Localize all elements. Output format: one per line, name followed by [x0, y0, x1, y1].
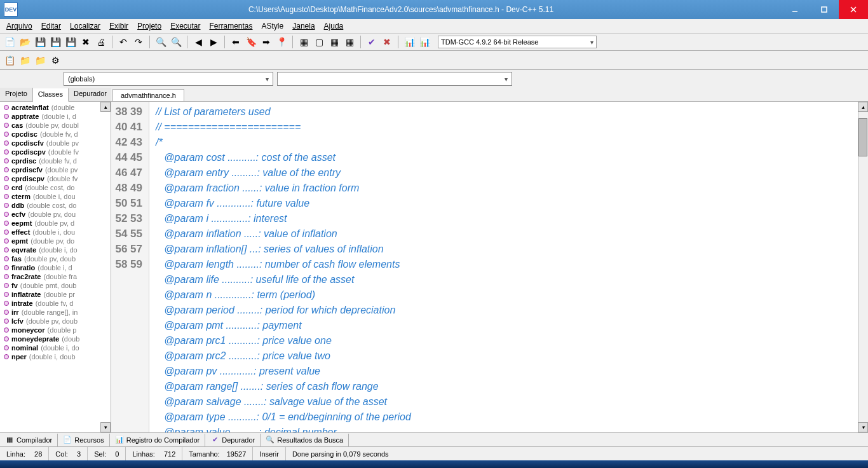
class-item[interactable]: cprdiscfv (double pv: [0, 165, 111, 174]
menu-editar[interactable]: Editar: [37, 20, 65, 32]
class-item[interactable]: finratio (double i, d: [0, 263, 111, 272]
menu-projeto[interactable]: Projeto: [133, 20, 165, 32]
class-item[interactable]: eepmt (double pv, d: [0, 219, 111, 228]
class-sig: (double fra: [43, 273, 77, 280]
class-item[interactable]: nominal (double i, do: [0, 343, 111, 352]
tab-depurador[interactable]: Depurador: [69, 88, 112, 101]
class-item[interactable]: fas (double pv, doub: [0, 254, 111, 263]
scroll-thumb[interactable]: [858, 118, 867, 156]
profile-icon[interactable]: 📊: [402, 35, 416, 49]
tab-classes[interactable]: Classes: [33, 88, 69, 102]
tab-depurador-bottom[interactable]: ✔Depurador: [205, 434, 261, 446]
compile-run-icon[interactable]: ▦: [327, 35, 341, 49]
tab-resultados[interactable]: 🔍Resultados da Busca: [261, 434, 349, 446]
save-all-icon[interactable]: 💾: [48, 35, 62, 49]
class-item[interactable]: ecfv (double pv, dou: [0, 210, 111, 219]
save-as-icon[interactable]: 💾: [64, 35, 78, 49]
scroll-down-icon[interactable]: ▾: [858, 422, 868, 432]
class-item[interactable]: acrateinflat (double: [0, 103, 111, 112]
compiler-select[interactable]: TDM-GCC 4.9.2 64-bit Release ▾: [438, 36, 597, 48]
class-item[interactable]: epmt (double pv, do: [0, 237, 111, 245]
save-icon[interactable]: 💾: [33, 35, 47, 49]
class-item[interactable]: frac2rate (double fra: [0, 272, 111, 281]
method-icon: [4, 238, 9, 244]
maximize-button[interactable]: [810, 0, 839, 19]
menu-janela[interactable]: Janela: [288, 20, 318, 32]
forward-icon[interactable]: ▶: [207, 35, 220, 49]
class-item[interactable]: moneydeprate (doub: [0, 334, 111, 343]
menu-astyle[interactable]: AStyle: [258, 20, 288, 32]
menu-executar[interactable]: Executar: [166, 20, 204, 32]
class-item[interactable]: intrate (double fv, d: [0, 299, 111, 308]
class-item[interactable]: cas (double pv, doubl: [0, 121, 111, 130]
class-item[interactable]: inflatrate (double pr: [0, 290, 111, 299]
debug-icon[interactable]: ✔: [365, 35, 379, 49]
class-item[interactable]: eqvrate (double i, do: [0, 245, 111, 254]
menu-exibir[interactable]: Exibir: [105, 20, 132, 32]
member-select[interactable]: ▾: [277, 72, 512, 86]
rebuild-icon[interactable]: ▦: [342, 35, 356, 49]
tab-registro[interactable]: 📊Registro do Compilador: [110, 434, 206, 446]
redo-icon[interactable]: ↷: [132, 35, 146, 49]
new-project-icon[interactable]: 📋: [3, 53, 17, 67]
run-icon[interactable]: ▢: [312, 35, 326, 49]
file-tab-advmathfinance[interactable]: advmathfinance.h: [112, 89, 184, 101]
new-file-icon[interactable]: 📄: [3, 35, 17, 49]
class-item[interactable]: cprdiscpv (double fv: [0, 174, 111, 183]
class-item[interactable]: cpcdiscpv (double fv: [0, 148, 111, 156]
menu-localizar[interactable]: Localizar: [66, 20, 104, 32]
class-item[interactable]: fv (double pmt, doub: [0, 281, 111, 290]
method-icon: [4, 141, 9, 146]
code-content[interactable]: // List of parameters used // ==========…: [149, 102, 868, 432]
undo-icon[interactable]: ↶: [116, 35, 130, 49]
scroll-up-icon[interactable]: ▴: [100, 102, 111, 112]
stop-icon[interactable]: ✖: [380, 35, 394, 49]
print-icon[interactable]: 🖨: [94, 35, 108, 49]
class-sig: (double pv: [46, 139, 79, 147]
scope-select[interactable]: (globals) ▾: [64, 72, 273, 86]
class-item[interactable]: cterm (double i, dou: [0, 192, 111, 201]
class-sig: (double i, d: [41, 113, 76, 120]
profile2-icon[interactable]: 📊: [417, 35, 431, 49]
tab-compilador[interactable]: ▦Compilador: [0, 434, 58, 446]
close-file-icon[interactable]: ✖: [79, 35, 93, 49]
class-item[interactable]: crd (double cost, do: [0, 183, 111, 192]
menu-arquivo[interactable]: Arquivo: [3, 20, 36, 32]
class-item[interactable]: moneycor (double p: [0, 326, 111, 334]
class-item[interactable]: irr (double range[], in: [0, 308, 111, 317]
tab-recursos[interactable]: 📄Recursos: [58, 434, 109, 446]
bookmark-prev-icon[interactable]: ⬅: [229, 35, 243, 49]
scroll-up-icon[interactable]: ▴: [858, 102, 868, 112]
class-item[interactable]: cprdisc (double fv, d: [0, 156, 111, 165]
options-icon[interactable]: ⚙: [48, 53, 62, 67]
remove-file-icon[interactable]: 📁: [33, 53, 47, 67]
code-editor[interactable]: 38 39 40 41 42 43 44 45 46 47 48 49 50 5…: [111, 102, 868, 432]
class-item[interactable]: ddb (double cost, do: [0, 201, 111, 210]
back-icon[interactable]: ◀: [191, 35, 205, 49]
class-item[interactable]: lcfv (double pv, doub: [0, 317, 111, 326]
method-icon: [4, 283, 9, 288]
class-item[interactable]: cpcdisc (double fv, d: [0, 130, 111, 139]
window-title: C:\Users\Augusto\Desktop\MathFinanceAdv2…: [22, 5, 780, 14]
bookmark-toggle-icon[interactable]: 🔖: [244, 35, 258, 49]
class-item[interactable]: apptrate (double i, d: [0, 112, 111, 121]
scroll-down-icon[interactable]: ▾: [100, 422, 111, 432]
add-file-icon[interactable]: 📁: [18, 53, 32, 67]
menu-ferramentas[interactable]: Ferramentas: [205, 20, 256, 32]
open-icon[interactable]: 📂: [18, 35, 32, 49]
class-item[interactable]: nper (double i, doub: [0, 352, 111, 361]
compile-icon[interactable]: ▦: [297, 35, 311, 49]
editor-scrollbar[interactable]: ▴ ▾: [858, 102, 868, 432]
class-item[interactable]: cpcdiscfv (double pv: [0, 139, 111, 148]
menu-ajuda[interactable]: Ajuda: [320, 20, 348, 32]
class-item[interactable]: effect (double i, dou: [0, 228, 111, 237]
class-list[interactable]: ▴ ▾ acrateinflat (doubleapptrate (double…: [0, 102, 111, 432]
bookmark-next-icon[interactable]: ➡: [259, 35, 273, 49]
minimize-button[interactable]: [780, 0, 810, 19]
close-button[interactable]: [839, 0, 868, 19]
goto-icon[interactable]: 📍: [275, 35, 288, 49]
method-icon: [4, 310, 9, 315]
tab-projeto[interactable]: Projeto: [0, 88, 33, 101]
replace-icon[interactable]: 🔍: [169, 35, 183, 49]
find-icon[interactable]: 🔍: [154, 35, 168, 49]
